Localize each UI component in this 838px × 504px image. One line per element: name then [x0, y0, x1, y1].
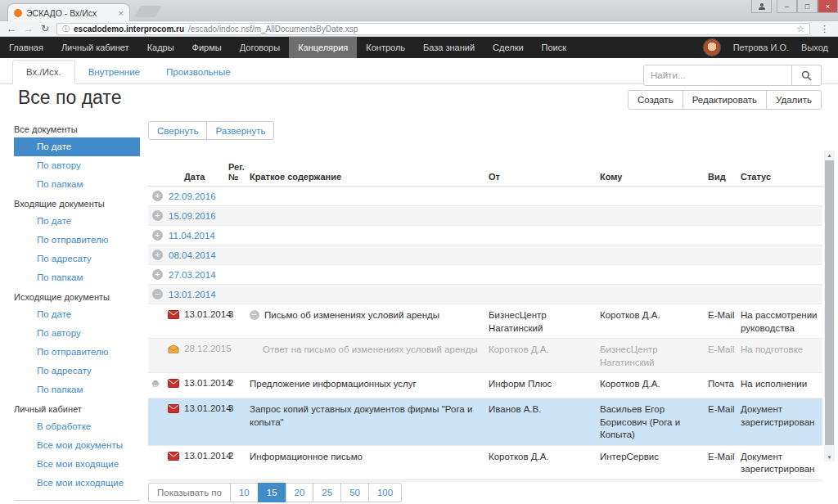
page-size-option[interactable]: 100: [368, 483, 402, 502]
group-date-link[interactable]: 22.09.2016: [169, 191, 216, 201]
column-header-status[interactable]: Статус: [741, 172, 822, 182]
search-button[interactable]: [792, 65, 822, 86]
nav-item-Фирмы[interactable]: Фирмы: [183, 37, 231, 58]
sidebar-item[interactable]: По отправителю: [0, 231, 145, 250]
doc-subject-link[interactable]: Предложение информационных услуг: [250, 378, 417, 391]
minimize-button[interactable]: –: [777, 0, 797, 13]
sidebar-item[interactable]: Все мои исходящие: [0, 474, 145, 493]
group-date-link[interactable]: 27.03.2014: [169, 270, 216, 280]
reload-button[interactable]: ↻: [41, 24, 49, 34]
doc-subject-link[interactable]: Ответ на письмо об изменениях условий ар…: [263, 344, 478, 357]
sidebar-item[interactable]: В обработке: [0, 417, 145, 436]
browser-tab[interactable]: ЭСКАДО - Вх/Исх ×: [7, 3, 130, 21]
page-size-option[interactable]: 25: [313, 483, 341, 502]
column-header-date[interactable]: Дата: [184, 172, 228, 182]
sidebar-item-search[interactable]: Поиск: [0, 501, 145, 504]
table-row[interactable]: 13.01.20143Запрос копий уставных докумен…: [148, 398, 822, 446]
sidebar-item[interactable]: Все мои документы: [0, 436, 145, 455]
nav-item-Договоры[interactable]: Договоры: [231, 37, 289, 58]
table-group-row[interactable]: +11.04.2014: [148, 226, 822, 245]
table-group-row[interactable]: +08.04.2014: [148, 245, 822, 265]
table-group-row[interactable]: +15.09.2016: [148, 206, 822, 226]
nav-item-Канцелярия[interactable]: Канцелярия: [289, 37, 357, 58]
sidebar-item[interactable]: По дате: [0, 212, 145, 231]
close-window-button[interactable]: ×: [818, 0, 838, 13]
user-avatar[interactable]: [703, 38, 721, 56]
sidebar-item[interactable]: Все мои входящие: [0, 455, 145, 474]
address-bar[interactable]: ⓘ escadodemo.interprocom.ru /escado/indo…: [56, 23, 810, 35]
action-button[interactable]: Создать: [628, 90, 683, 110]
expand-group-icon[interactable]: +: [152, 230, 163, 241]
doc-subject-link[interactable]: Запрос копий уставных документов фирмы "…: [250, 403, 484, 429]
doc-subject-link[interactable]: Письмо об изменениях условий аренды: [264, 309, 439, 322]
table-group-row[interactable]: −09.01.2014: [148, 480, 822, 482]
expand-group-icon[interactable]: +: [152, 250, 163, 260]
action-button[interactable]: Удалить: [766, 90, 822, 110]
sidebar-item[interactable]: По папкам: [0, 380, 145, 399]
collapse-all-button[interactable]: Свернуть: [148, 121, 207, 140]
view-tab[interactable]: Внутренние: [75, 60, 153, 84]
sidebar-item[interactable]: По автору: [0, 324, 145, 343]
group-date-link[interactable]: 08.04.2014: [169, 250, 216, 260]
browser-menu-icon[interactable]: ⋮: [818, 24, 831, 34]
column-header-subject[interactable]: Краткое содержание: [250, 172, 489, 182]
sidebar-item[interactable]: По адресату: [0, 250, 145, 268]
profile-icon[interactable]: [751, 0, 772, 13]
scroll-up-icon[interactable]: ▲: [824, 151, 835, 160]
expand-all-button[interactable]: Развернуть: [206, 121, 274, 140]
sidebar-item[interactable]: По дате: [0, 305, 145, 324]
group-date-link[interactable]: 13.01.2014: [169, 290, 216, 299]
nav-item-База знаний[interactable]: База знаний: [414, 37, 484, 58]
scrollbar-thumb[interactable]: [825, 160, 834, 445]
table-row[interactable]: 13.01.20142Информационное письмоКоротков…: [148, 446, 822, 480]
collapse-doc-icon[interactable]: −: [250, 310, 259, 320]
column-header-to[interactable]: Кому: [600, 172, 708, 182]
user-name[interactable]: Петрова И.О.: [733, 43, 789, 52]
nav-item-Контроль[interactable]: Контроль: [357, 37, 414, 58]
column-header-kind[interactable]: Вид: [708, 172, 741, 182]
table-group-row[interactable]: +27.03.2014: [148, 265, 822, 285]
expand-group-icon[interactable]: +: [152, 269, 163, 280]
group-date-link[interactable]: 11.04.2014: [169, 231, 215, 241]
nav-item-Поиск[interactable]: Поиск: [533, 37, 575, 58]
view-tab[interactable]: Вх./Исх.: [12, 60, 75, 84]
logout-link[interactable]: Выход: [801, 43, 828, 52]
column-header-from[interactable]: От: [489, 172, 600, 182]
scroll-down-icon[interactable]: ▼: [824, 452, 835, 461]
search-input[interactable]: [643, 65, 792, 86]
page-size-option[interactable]: 15: [258, 483, 286, 502]
expand-group-icon[interactable]: +: [152, 210, 163, 221]
new-tab-button[interactable]: [134, 6, 161, 17]
sidebar-item[interactable]: По автору: [0, 156, 145, 175]
sidebar-item[interactable]: По дате: [14, 137, 140, 156]
sidebar-item[interactable]: По адресату: [0, 362, 145, 380]
nav-item-Кадры[interactable]: Кадры: [138, 37, 183, 58]
nav-item-Личный кабинет[interactable]: Личный кабинет: [52, 37, 138, 58]
collapse-group-icon[interactable]: −: [152, 289, 163, 299]
sidebar-item[interactable]: По папкам: [0, 175, 145, 194]
table-scrollbar[interactable]: ▲ ▼: [824, 151, 835, 461]
bookmark-star-icon[interactable]: ☆: [796, 24, 804, 34]
group-date-link[interactable]: 15.09.2016: [169, 211, 216, 221]
tab-close-icon[interactable]: ×: [119, 8, 124, 18]
doc-subject-link[interactable]: Информационное письмо: [250, 451, 363, 464]
sidebar-item[interactable]: По папкам: [0, 268, 145, 287]
page-size-option[interactable]: 10: [230, 483, 259, 502]
forward-button[interactable]: →: [24, 24, 34, 34]
table-row[interactable]: 13.01.20143−Письмо об изменениях условий…: [148, 304, 822, 339]
maximize-button[interactable]: □: [797, 0, 818, 13]
action-button[interactable]: Редактировать: [683, 90, 767, 110]
column-header-reg[interactable]: Рег. №: [228, 162, 250, 182]
table-row[interactable]: 13.01.20142Предложение информационных ус…: [148, 373, 822, 398]
nav-item-Главная[interactable]: Главная: [0, 37, 52, 58]
table-group-row[interactable]: +22.09.2016: [148, 187, 822, 206]
page-info-icon[interactable]: ⓘ: [62, 24, 70, 34]
expand-group-icon[interactable]: +: [152, 191, 163, 201]
page-size-option[interactable]: 20: [286, 483, 314, 502]
page-size-option[interactable]: 50: [340, 483, 369, 502]
nav-item-Сделки[interactable]: Сделки: [484, 37, 533, 58]
table-group-row[interactable]: −13.01.2014: [148, 285, 822, 304]
back-button[interactable]: ←: [7, 24, 16, 34]
sidebar-item[interactable]: По отправителю: [0, 343, 145, 362]
view-tab[interactable]: Произвольные: [153, 60, 244, 84]
